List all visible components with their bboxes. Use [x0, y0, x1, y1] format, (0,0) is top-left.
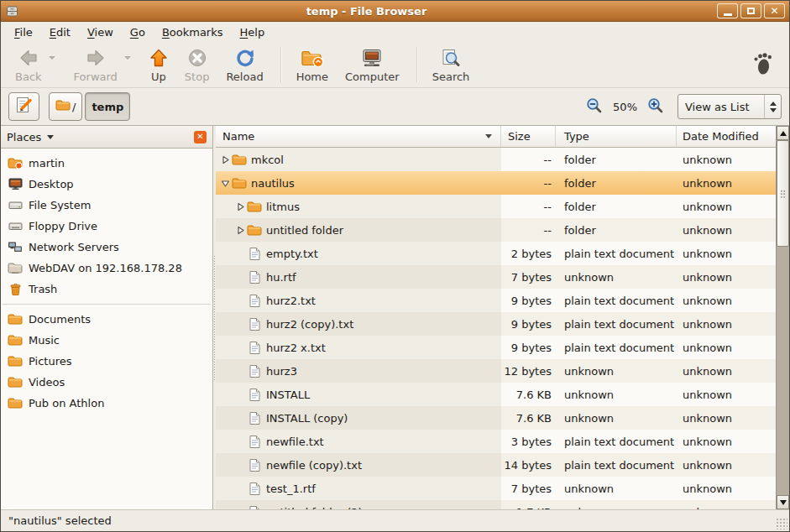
sidebar-item-pictures[interactable]: Pictures	[1, 351, 212, 372]
cell-name: newfile.txt	[216, 430, 501, 453]
file-row-hurz2-txt[interactable]: hurz2.txt9 bytesplain text documentunkno…	[216, 289, 776, 312]
sidebar-item-documents[interactable]: Documents	[1, 309, 212, 330]
scroll-down-button[interactable]	[777, 495, 789, 509]
column-header-name[interactable]: Name	[216, 126, 501, 147]
file-name: litmus	[266, 201, 300, 213]
view-mode-selector[interactable]: View as List	[678, 94, 782, 119]
file-name: hurz2.txt	[266, 295, 316, 307]
view-mode-spin-arrows[interactable]	[764, 95, 781, 118]
sidebar-item-label: File System	[29, 199, 91, 211]
expander-collapsed-icon[interactable]	[219, 155, 231, 164]
file-row-hurz3[interactable]: hurz312 bytesunknownunknown	[216, 359, 776, 383]
menu-edit[interactable]: Edit	[41, 23, 79, 41]
maximize-button[interactable]	[740, 3, 761, 18]
forward-icon	[86, 46, 106, 70]
webdav-icon	[8, 262, 23, 274]
expander-collapsed-icon[interactable]	[234, 226, 246, 235]
sidebar-item-webdav-on-192-168-178-28[interactable]: WebDAV on 192.168.178.28	[1, 258, 212, 279]
column-header-type[interactable]: Type	[556, 126, 677, 147]
scrollbar-trough[interactable]	[777, 247, 789, 495]
file-list-view: Name Size Type Date Modified mkcol--fold…	[216, 126, 789, 509]
menu-bookmarks[interactable]: Bookmarks	[154, 23, 232, 41]
back-button: Back	[8, 44, 50, 85]
menubar: FileEditViewGoBookmarksHelp	[1, 22, 789, 42]
expander-collapsed-icon[interactable]	[234, 202, 246, 211]
file-type: plain text document	[556, 336, 677, 359]
file-icon	[246, 435, 263, 449]
file-type: folder	[556, 195, 677, 218]
scroll-up-button[interactable]	[777, 126, 789, 140]
sidebar-item-music[interactable]: Music	[1, 330, 212, 351]
column-header-size[interactable]: Size	[501, 126, 556, 147]
sidebar-item-pub-on-athlon[interactable]: Pub on Athlon	[1, 393, 212, 414]
sidebar-close-button[interactable]: ✕	[194, 131, 207, 143]
sidebar-item-trash[interactable]: Trash	[1, 279, 212, 300]
file-type: unknown	[556, 406, 677, 430]
file-icon	[246, 317, 263, 331]
close-icon: ✕	[770, 6, 778, 16]
vertical-scrollbar[interactable]	[776, 126, 789, 509]
file-row-mkcol[interactable]: mkcol--folderunknown	[216, 148, 776, 171]
chevron-down-icon	[47, 135, 54, 139]
file-row-litmus[interactable]: litmus--folderunknown	[216, 195, 776, 218]
titlebar[interactable]: temp - File Browser ✕	[1, 1, 789, 22]
menu-go[interactable]: Go	[122, 23, 154, 41]
zoom-in-button[interactable]	[647, 97, 664, 117]
column-header-date-modified[interactable]: Date Modified	[677, 126, 776, 147]
sidebar-item-videos[interactable]: Videos	[1, 372, 212, 393]
search-button[interactable]: Search	[425, 44, 478, 85]
root-folder-button[interactable]: /	[49, 92, 82, 121]
file-row-empty-txt[interactable]: empty.txt2 bytesplain text documentunkno…	[216, 242, 776, 265]
file-row-install-copy[interactable]: INSTALL (copy)7.6 KBunknownunknown	[216, 406, 776, 430]
file-row-newfile-txt[interactable]: newfile.txt3 bytesplain text documentunk…	[216, 430, 776, 453]
reload-button[interactable]: Reload	[218, 44, 270, 85]
sidebar-item-desktop[interactable]: Desktop	[1, 174, 212, 195]
sidebar-item-floppy-drive[interactable]: Floppy Drive	[1, 216, 212, 237]
computer-button[interactable]: Computer	[337, 44, 407, 85]
scrollbar-thumb[interactable]	[777, 140, 789, 247]
close-button[interactable]: ✕	[764, 3, 785, 18]
zoom-out-button[interactable]	[586, 97, 603, 117]
back-label: Back	[15, 70, 42, 83]
resize-grip[interactable]	[776, 518, 787, 529]
path-button-temp[interactable]: temp	[85, 92, 130, 121]
places-sidebar: Places ✕ martinDesktopFile SystemFloppy …	[1, 126, 213, 509]
file-name: hu.rtf	[266, 271, 296, 284]
folder-icon	[246, 201, 263, 213]
file-row-test-1-rtf[interactable]: test_1.rtf7 bytesunknownunknown	[216, 477, 776, 500]
edit-location-button[interactable]	[8, 92, 39, 121]
expander-expanded-icon[interactable]	[219, 179, 231, 188]
file-row-nautilus[interactable]: nautilus--folderunknown	[216, 171, 776, 195]
trash-icon	[8, 283, 23, 296]
menu-view[interactable]: View	[79, 23, 122, 41]
menu-file[interactable]: File	[6, 23, 41, 41]
file-row-hu-rtf[interactable]: hu.rtf7 bytesunknownunknown	[216, 265, 776, 289]
menu-help[interactable]: Help	[232, 23, 274, 41]
file-date-modified: unknown	[677, 171, 776, 195]
pane-resize-handle[interactable]	[213, 126, 216, 509]
file-row-install[interactable]: INSTALL7.6 KBunknownunknown	[216, 383, 776, 406]
file-row-untitled-folder-2[interactable]: untitled folder (2)1.7 KBunknownunknown	[216, 500, 776, 509]
minimize-button[interactable]	[717, 3, 738, 18]
file-row-hurz2-copy-txt[interactable]: hurz2 (copy).txt9 bytesplain text docume…	[216, 312, 776, 336]
file-type: unknown	[556, 359, 677, 383]
file-date-modified: unknown	[677, 312, 776, 336]
sidebar-item-label: WebDAV on 192.168.178.28	[29, 262, 182, 274]
home-button[interactable]: Home	[289, 44, 336, 85]
list-header: Name Size Type Date Modified	[216, 126, 776, 148]
file-name: mkcol	[251, 154, 284, 166]
cell-name: newfile (copy).txt	[216, 453, 501, 477]
file-row-hurz2-x-txt[interactable]: hurz2 x.txt9 bytesplain text documentunk…	[216, 336, 776, 359]
sidebar-item-network-servers[interactable]: Network Servers	[1, 237, 212, 258]
sidebar-item-martin[interactable]: martin	[1, 153, 212, 174]
network-icon	[8, 241, 23, 253]
file-date-modified: unknown	[677, 500, 776, 509]
file-icon	[246, 270, 263, 284]
sidebar-item-file-system[interactable]: File System	[1, 195, 212, 216]
file-row-newfile-copy-txt[interactable]: newfile (copy).txt14 bytesplain text doc…	[216, 453, 776, 477]
file-row-untitled-folder[interactable]: untitled folder--folderunknown	[216, 218, 776, 242]
up-button[interactable]: Up	[142, 44, 175, 85]
sidebar-header[interactable]: Places ✕	[1, 126, 212, 149]
file-name: nautilus	[251, 177, 295, 190]
file-date-modified: unknown	[677, 265, 776, 289]
